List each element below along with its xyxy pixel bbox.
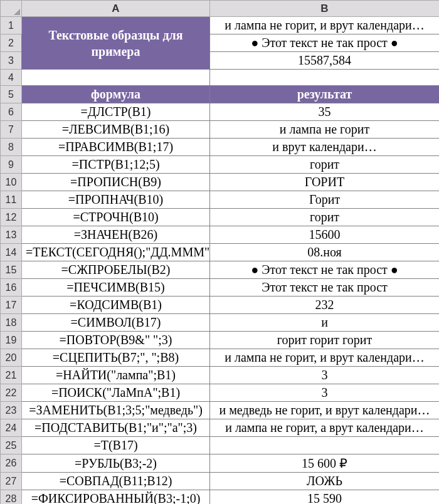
cell-B10[interactable]: ГОРИТ bbox=[210, 174, 440, 191]
cell-A20[interactable]: =СЦЕПИТЬ(B7;", ";B8) bbox=[22, 349, 210, 367]
cell-A12[interactable]: =СТРОЧН(B10) bbox=[22, 209, 210, 226]
row-9: 9=ПСТР(B1;12;5)горит bbox=[1, 156, 440, 174]
row-1: 1 Текстовые образцы для примера и лампа … bbox=[1, 17, 440, 34]
cell-A18[interactable]: =СИМВОЛ(B17) bbox=[22, 314, 210, 332]
row-header-28[interactable]: 28 bbox=[1, 490, 22, 505]
cell-B26[interactable]: 15 600 ₽ bbox=[210, 454, 440, 473]
cell-B5[interactable]: результат bbox=[210, 86, 440, 103]
row-header-15[interactable]: 15 bbox=[1, 261, 22, 279]
cell-B4[interactable] bbox=[210, 70, 440, 86]
row-header-17[interactable]: 17 bbox=[1, 297, 22, 314]
row-header-8[interactable]: 8 bbox=[1, 139, 22, 156]
row-12: 12=СТРОЧН(B10)горит bbox=[1, 209, 440, 226]
row-header-22[interactable]: 22 bbox=[1, 384, 22, 402]
cell-B11[interactable]: Горит bbox=[210, 191, 440, 209]
row-27: 27=СОВПАД(B11;B12)ЛОЖЬ bbox=[1, 473, 440, 490]
cell-B24[interactable]: и лампа не горит, а врут календари… bbox=[210, 419, 440, 437]
row-header-12[interactable]: 12 bbox=[1, 209, 22, 226]
row-25: 25=Т(B17) bbox=[1, 437, 440, 454]
row-header-11[interactable]: 11 bbox=[1, 191, 22, 209]
row-header-25[interactable]: 25 bbox=[1, 437, 22, 454]
cell-B1[interactable]: и лампа не горит, и врут календари… bbox=[210, 17, 440, 34]
cell-A9[interactable]: =ПСТР(B1;12;5) bbox=[22, 156, 210, 174]
row-17: 17=КОДСИМВ(B1)232 bbox=[1, 297, 440, 314]
row-header-5[interactable]: 5 bbox=[1, 86, 22, 103]
cell-A11[interactable]: =ПРОПНАЧ(B10) bbox=[22, 191, 210, 209]
row-header-16[interactable]: 16 bbox=[1, 279, 22, 297]
cell-B2[interactable]: ● Этот текст не так прост ● bbox=[210, 34, 440, 52]
row-7: 7=ЛЕВСИМВ(B1;16)и лампа не горит bbox=[1, 121, 440, 139]
row-4: 4 bbox=[1, 70, 440, 86]
row-header-21[interactable]: 21 bbox=[1, 367, 22, 384]
row-header-3[interactable]: 3 bbox=[1, 52, 22, 70]
cell-B25[interactable] bbox=[210, 437, 440, 454]
row-header-24[interactable]: 24 bbox=[1, 419, 22, 437]
row-header-1[interactable]: 1 bbox=[1, 17, 22, 34]
col-header-A[interactable]: A bbox=[22, 1, 210, 17]
column-header-row: A B bbox=[1, 1, 440, 17]
row-header-23[interactable]: 23 bbox=[1, 402, 22, 419]
cell-A4[interactable] bbox=[22, 70, 210, 86]
row-header-9[interactable]: 9 bbox=[1, 156, 22, 174]
cell-A23[interactable]: =ЗАМЕНИТЬ(B1;3;5;"медведь") bbox=[22, 402, 210, 419]
row-14: 14=ТЕКСТ(СЕГОДНЯ();"ДД.МММ")08.ноя bbox=[1, 244, 440, 261]
cell-B7[interactable]: и лампа не горит bbox=[210, 121, 440, 139]
cell-A17[interactable]: =КОДСИМВ(B1) bbox=[22, 297, 210, 314]
cell-A7[interactable]: =ЛЕВСИМВ(B1;16) bbox=[22, 121, 210, 139]
cell-A22[interactable]: =ПОИСК("ЛаМпА";B1) bbox=[22, 384, 210, 402]
cell-A1-A3[interactable]: Текстовые образцы для примера bbox=[22, 17, 210, 70]
row-header-18[interactable]: 18 bbox=[1, 314, 22, 332]
cell-B19[interactable]: горит горит горит bbox=[210, 332, 440, 349]
cell-A27[interactable]: =СОВПАД(B11;B12) bbox=[22, 473, 210, 490]
cell-A24[interactable]: =ПОДСТАВИТЬ(B1;"и";"а";3) bbox=[22, 419, 210, 437]
cell-B18[interactable]: и bbox=[210, 314, 440, 332]
row-header-2[interactable]: 2 bbox=[1, 34, 22, 52]
row-header-20[interactable]: 20 bbox=[1, 349, 22, 367]
cell-A19[interactable]: =ПОВТОР(B9&" ";3) bbox=[22, 332, 210, 349]
cell-B17[interactable]: 232 bbox=[210, 297, 440, 314]
cell-A8[interactable]: =ПРАВСИМВ(B1;17) bbox=[22, 139, 210, 156]
cell-A10[interactable]: =ПРОПИСН(B9) bbox=[22, 174, 210, 191]
cell-B21[interactable]: 3 bbox=[210, 367, 440, 384]
cell-A15[interactable]: =СЖПРОБЕЛЫ(B2) bbox=[22, 261, 210, 279]
cell-A13[interactable]: =ЗНАЧЕН(B26) bbox=[22, 226, 210, 244]
cell-B15[interactable]: ● Этот текст не так прост ● bbox=[210, 261, 440, 279]
row-header-27[interactable]: 27 bbox=[1, 473, 22, 490]
row-24: 24=ПОДСТАВИТЬ(B1;"и";"а";3)и лампа не го… bbox=[1, 419, 440, 437]
cell-A26[interactable]: =РУБЛЬ(B3;-2) bbox=[22, 454, 210, 473]
cell-B9[interactable]: горит bbox=[210, 156, 440, 174]
cell-B8[interactable]: и врут календари… bbox=[210, 139, 440, 156]
cell-A14[interactable]: =ТЕКСТ(СЕГОДНЯ();"ДД.МММ") bbox=[22, 244, 210, 261]
row-header-10[interactable]: 10 bbox=[1, 174, 22, 191]
cell-A16[interactable]: =ПЕЧСИМВ(B15) bbox=[22, 279, 210, 297]
cell-B16[interactable]: Этот текст не так прост bbox=[210, 279, 440, 297]
cell-A5[interactable]: формула bbox=[22, 86, 210, 103]
row-header-6[interactable]: 6 bbox=[1, 103, 22, 121]
cell-B14[interactable]: 08.ноя bbox=[210, 244, 440, 261]
row-18: 18=СИМВОЛ(B17)и bbox=[1, 314, 440, 332]
row-header-4[interactable]: 4 bbox=[1, 70, 22, 86]
col-header-B[interactable]: B bbox=[210, 1, 440, 17]
cell-A6[interactable]: =ДЛСТР(B1) bbox=[22, 103, 210, 121]
row-header-7[interactable]: 7 bbox=[1, 121, 22, 139]
row-8: 8=ПРАВСИМВ(B1;17)и врут календари… bbox=[1, 139, 440, 156]
row-header-26[interactable]: 26 bbox=[1, 454, 22, 473]
row-header-19[interactable]: 19 bbox=[1, 332, 22, 349]
row-header-13[interactable]: 13 bbox=[1, 226, 22, 244]
cell-A28[interactable]: =ФИКСИРОВАННЫЙ(B3;-1;0) bbox=[22, 490, 210, 505]
cell-A25[interactable]: =Т(B17) bbox=[22, 437, 210, 454]
cell-B12[interactable]: горит bbox=[210, 209, 440, 226]
row-header-14[interactable]: 14 bbox=[1, 244, 22, 261]
cell-B20[interactable]: и лампа не горит, и врут календари… bbox=[210, 349, 440, 367]
cell-B22[interactable]: 3 bbox=[210, 384, 440, 402]
select-all-corner[interactable] bbox=[1, 1, 22, 17]
grid[interactable]: A B 1 Текстовые образцы для примера и ла… bbox=[0, 0, 439, 504]
cell-A21[interactable]: =НАЙТИ("лампа";B1) bbox=[22, 367, 210, 384]
cell-B6[interactable]: 35 bbox=[210, 103, 440, 121]
cell-B23[interactable]: и медведь не горит, и врут календари… bbox=[210, 402, 440, 419]
cell-B3[interactable]: 15587,584 bbox=[210, 52, 440, 70]
cell-B28[interactable]: 15 590 bbox=[210, 490, 440, 505]
row-6: 6=ДЛСТР(B1)35 bbox=[1, 103, 440, 121]
cell-B27[interactable]: ЛОЖЬ bbox=[210, 473, 440, 490]
cell-B13[interactable]: 15600 bbox=[210, 226, 440, 244]
